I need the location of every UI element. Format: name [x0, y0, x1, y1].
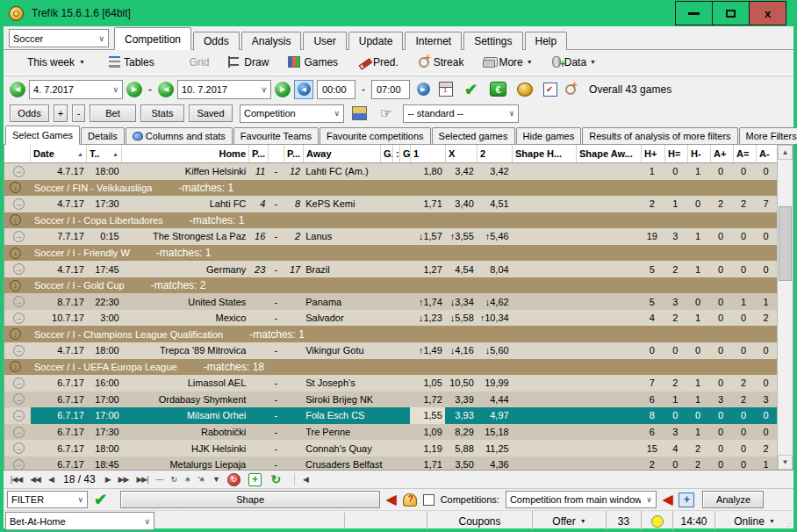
next-date-from-button[interactable]: ▶ [126, 82, 142, 97]
copy-icon[interactable] [352, 106, 367, 120]
game-row[interactable]: →6.7.1717:00Ordabasy Shymkent-Siroki Bri… [4, 392, 777, 408]
column-header-blank-0[interactable] [4, 145, 31, 162]
toolbar-item-streak[interactable]: Streak [418, 56, 464, 68]
menu-tab-odds[interactable]: Odds [193, 32, 240, 50]
expand-arrow-icon[interactable]: → [13, 442, 25, 454]
reset-filter-icon[interactable]: ↻ [227, 473, 241, 486]
refresh-icon[interactable]: ↻ [269, 473, 283, 486]
maximize-button[interactable] [712, 1, 750, 25]
group-row[interactable]: ↓Soccer / I - Friendly W-matches: 1 [4, 245, 777, 262]
time-reset-start-button[interactable]: ◀ [294, 80, 313, 99]
expand-arrow-icon[interactable]: → [13, 410, 25, 421]
collapse-arrow-icon[interactable]: ↓ [10, 361, 21, 372]
game-row[interactable]: →6.7.1718:00HJK Helsinki-Connah's Quay1,… [4, 440, 777, 457]
tab-results-of-analysis-of-more-filters[interactable]: Results of analysis of more filters [582, 127, 737, 144]
group-row[interactable]: ↓Soccer / I - UEFA Europa League-matches… [4, 359, 777, 376]
group-row[interactable]: ↓Soccer / I - Copa Libertadores-matches:… [4, 212, 777, 229]
group-row[interactable]: ↓Soccer / I - Gold Cup-matches: 2 [4, 277, 777, 294]
collapse-arrow-icon[interactable]: ↓ [10, 248, 21, 259]
competitions-source-select[interactable]: Competition from main window∨ [506, 491, 657, 508]
prev-date-from-button[interactable]: ◀ [10, 82, 25, 97]
next-page-icon[interactable]: ▶▶ [118, 475, 129, 484]
first-record-icon[interactable]: |◀◀ [11, 475, 22, 484]
column-header-1[interactable]: 1 [411, 145, 446, 162]
toolbar-item-pred[interactable]: Pred. [357, 56, 398, 68]
hscroll-left-icon[interactable]: ◀ [303, 475, 308, 484]
tab-details[interactable]: Details [81, 127, 125, 144]
column-header-h[interactable]: H+ [642, 145, 665, 162]
game-row[interactable]: →4.7.1718:00Kiffen Helsinki11-12Lahti FC… [4, 163, 777, 180]
game-row[interactable]: →4.7.1717:45Germany23-17Brazil1,274,548,… [4, 261, 777, 277]
help-bell-icon[interactable] [403, 493, 417, 507]
resize-grip[interactable]: ⋰ [784, 521, 793, 530]
odds-button[interactable]: Odds [10, 104, 49, 122]
column-header-a[interactable]: A- [757, 145, 779, 162]
offer-menu[interactable]: Offer▼ [532, 511, 606, 531]
add-icon[interactable]: + [248, 473, 262, 486]
expand-arrow-icon[interactable]: → [13, 427, 25, 438]
sport-select[interactable]: Soccer ∨ [9, 29, 109, 47]
expand-arrow-icon[interactable]: → [13, 345, 25, 356]
time-to-input[interactable]: 07:00 [371, 80, 410, 99]
date-to-select[interactable]: 10. 7.2017∨ [177, 80, 271, 99]
column-header-h[interactable]: H= [665, 145, 688, 162]
expand-arrow-icon[interactable]: → [13, 231, 25, 242]
tab-more-filters[interactable]: More Filters [739, 127, 797, 144]
redo-icon[interactable]: ↻ [171, 475, 177, 484]
menu-tab-internet[interactable]: Internet [405, 32, 462, 50]
time-from-input[interactable]: 00:00 [317, 80, 355, 99]
menu-tab-user[interactable]: User [303, 32, 346, 50]
apply-check-icon[interactable]: ✔ [464, 80, 477, 99]
tab-select-games[interactable]: Select Games [5, 126, 80, 145]
scroll-up-icon[interactable]: ▲ [778, 145, 793, 160]
saved-button[interactable]: Saved [189, 104, 233, 122]
move-window-icon[interactable]: + [679, 492, 694, 507]
column-header-blank-5[interactable] [269, 145, 284, 162]
bookmaker-select[interactable]: Bet-At-Home∨ [5, 512, 154, 530]
tab-favourite-teams[interactable]: Favourite Teams [233, 127, 319, 144]
tab-selected-games[interactable]: Selected games [432, 127, 515, 144]
column-header-x[interactable]: X [446, 145, 477, 162]
calendar-icon[interactable] [439, 82, 453, 97]
shape-button[interactable]: Shape [120, 491, 380, 508]
scroll-down-icon[interactable]: ▼ [778, 455, 793, 470]
competitions-checkbox[interactable] [423, 494, 434, 506]
column-header-date[interactable]: Date▲ [31, 145, 87, 162]
column-header-shape-aw[interactable]: Shape Aw... [577, 145, 642, 162]
game-row[interactable]: →4.7.1717:30Lahti FC4-8KePS Kemi1,713,40… [4, 196, 777, 212]
collapse-arrow-icon[interactable]: ↓ [10, 280, 21, 291]
funnel-icon[interactable]: ▼ [212, 475, 219, 484]
toolbar-item-data[interactable]: Data▼ [552, 56, 596, 68]
collapse-arrow-icon[interactable]: ↓ [10, 182, 21, 193]
collapse-arrow-icon[interactable]: ↓ [10, 328, 21, 340]
game-row[interactable]: →6.7.1717:00Milsami Orhei-Fola Esch CS1,… [4, 407, 777, 424]
column-header-g[interactable]: G... [400, 145, 411, 162]
column-header-h[interactable]: H- [688, 145, 711, 162]
column-header-p[interactable]: P... [249, 145, 269, 162]
game-row[interactable]: →4.7.1718:00Trepca '89 Mitrovica-Vikingu… [4, 342, 777, 359]
scrollbar-thumb[interactable] [779, 206, 792, 281]
column-header-2[interactable]: 2 [477, 145, 513, 162]
expand-arrow-icon[interactable]: → [13, 459, 25, 470]
online-menu[interactable]: Online▼ [714, 511, 793, 531]
red-left-arrow-icon[interactable]: ◀ [663, 492, 673, 507]
prev-page-icon[interactable]: ◀◀ [30, 475, 40, 484]
red-left-arrow-icon[interactable]: ◀ [386, 492, 397, 507]
toolbar-item-tables[interactable]: Tables [109, 56, 154, 68]
analyze-button[interactable]: Analyze [702, 491, 764, 508]
last-record-icon[interactable]: ▶▶| [136, 475, 147, 484]
column-header-away[interactable]: Away [304, 145, 381, 162]
toolbar-item-more[interactable]: More▼ [483, 56, 532, 68]
remove-icon[interactable]: — [156, 475, 163, 484]
column-header-a[interactable]: A= [734, 145, 757, 162]
column-header-home[interactable]: Home [122, 145, 249, 162]
column-header-[interactable]: : [393, 145, 400, 162]
close-button[interactable]: x [749, 1, 786, 25]
coupons-button[interactable]: Coupons [427, 511, 532, 531]
menu-tab-analysis[interactable]: Analysis [241, 32, 302, 50]
euro-odds-icon[interactable]: € [490, 82, 506, 97]
medal-icon[interactable] [517, 83, 533, 97]
group-row[interactable]: ↓Soccer / FIN - Veikkausliiga-matches: 1 [4, 180, 777, 197]
zoom-plus-icon[interactable] [564, 83, 577, 95]
toolbar-item-games[interactable]: Games [288, 56, 338, 68]
